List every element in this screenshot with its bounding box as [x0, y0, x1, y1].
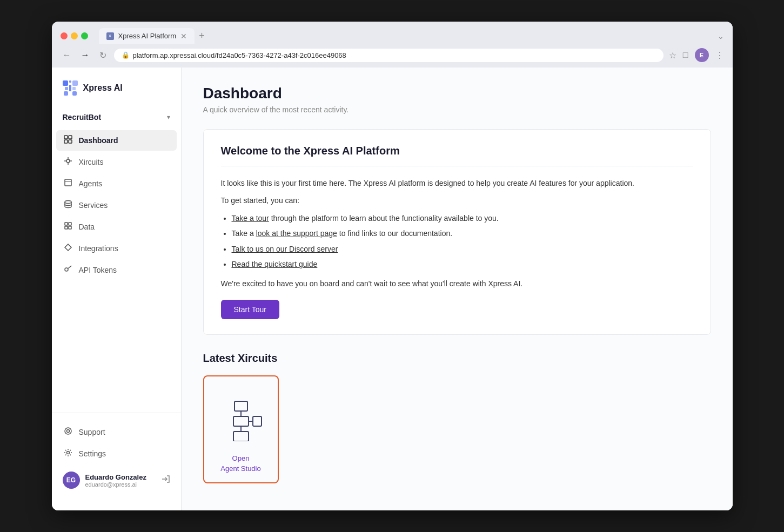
quickstart-link[interactable]: Read the quickstart guide: [232, 260, 318, 268]
welcome-card: Welcome to the Xpress AI Platform It loo…: [203, 129, 711, 335]
new-tab-button[interactable]: +: [195, 28, 209, 44]
svg-rect-5: [72, 87, 76, 90]
discord-link[interactable]: Talk to us on our Discord server: [232, 245, 338, 253]
support-page-link[interactable]: look at the support page: [256, 229, 337, 238]
svg-rect-2: [72, 80, 78, 86]
sidebar-item-api-tokens[interactable]: API Tokens: [56, 260, 177, 280]
svg-rect-11: [69, 140, 72, 143]
app-container: Xpress AI RecruitBot ▾ Das: [52, 68, 733, 510]
workspace-chevron-icon: ▾: [167, 113, 170, 121]
xircuit-card-agent-studio[interactable]: OpenAgent Studio: [203, 375, 279, 483]
logo-area: Xpress AI: [52, 80, 181, 109]
start-tour-button[interactable]: Start Tour: [221, 300, 279, 319]
nav-list: Dashboard Xircuits: [52, 130, 181, 413]
latest-xircuits-section: Latest Xircuits: [203, 352, 711, 483]
logout-icon[interactable]: [162, 475, 170, 486]
svg-rect-33: [253, 416, 262, 426]
extension-icon[interactable]: □: [683, 50, 688, 60]
support-icon: [63, 427, 73, 437]
sidebar-item-label: Settings: [79, 449, 106, 458]
xircuit-card-label: OpenAgent Studio: [220, 454, 260, 473]
tab-expand-icon[interactable]: ⌄: [718, 32, 724, 41]
maximize-button[interactable]: [81, 32, 88, 39]
latest-xircuits-title: Latest Xircuits: [203, 352, 711, 365]
address-bar: ← → ↻ 🔒 platform.ap.xpressai.cloud/fd24a…: [52, 44, 733, 68]
svg-rect-1: [69, 80, 71, 83]
page-title: Dashboard: [203, 85, 711, 102]
svg-rect-10: [64, 140, 68, 143]
sidebar-item-label: Data: [79, 223, 95, 231]
svg-rect-29: [234, 401, 247, 411]
logo-text: Xpress AI: [83, 83, 123, 93]
close-button[interactable]: [61, 32, 68, 39]
user-avatar: EG: [63, 472, 80, 489]
user-section: EG Eduardo Gonzalez eduardo@xpress.ai: [56, 465, 177, 489]
user-email: eduardo@xpress.ai: [85, 481, 156, 488]
back-button[interactable]: ←: [61, 49, 73, 61]
sidebar-item-support[interactable]: Support: [56, 422, 177, 442]
minimize-button[interactable]: [71, 32, 78, 39]
sidebar-item-label: Dashboard: [79, 136, 118, 145]
tab-favicon: X: [106, 32, 114, 40]
sidebar-item-data[interactable]: Data: [56, 217, 177, 237]
xircuits-grid: OpenAgent Studio: [203, 375, 711, 483]
xircuit-icon-area: [219, 385, 263, 454]
workspace-name: RecruitBot: [63, 113, 102, 122]
welcome-body: It looks like this is your first time he…: [221, 177, 693, 319]
svg-rect-31: [233, 416, 249, 426]
svg-rect-7: [72, 91, 77, 96]
page-subtitle: A quick overview of the most recent acti…: [203, 105, 711, 114]
welcome-title: Welcome to the Xpress AI Platform: [221, 145, 693, 166]
list-item: Take a look at the support page to find …: [232, 227, 693, 239]
sidebar-item-dashboard[interactable]: Dashboard: [56, 130, 177, 151]
forward-button[interactable]: →: [79, 49, 92, 61]
user-info: Eduardo Gonzalez eduardo@xpress.ai: [85, 473, 156, 488]
browser-window: X Xpress AI Platform ✕ + ⌄ ← → ↻ 🔒 platf…: [52, 22, 733, 510]
sidebar-item-agents[interactable]: Agents: [56, 173, 177, 194]
svg-rect-22: [65, 226, 68, 229]
svg-rect-21: [69, 223, 71, 225]
svg-point-27: [66, 452, 69, 454]
sidebar-item-label: Xircuits: [79, 158, 104, 166]
svg-rect-6: [64, 91, 68, 96]
list-item: Talk to us on our Discord server: [232, 243, 693, 255]
svg-rect-0: [63, 80, 68, 86]
url-bar[interactable]: 🔒 platform.ap.xpressai.cloud/fd24a0c5-73…: [114, 49, 664, 62]
bookmark-icon[interactable]: ☆: [669, 50, 676, 60]
svg-rect-4: [69, 85, 71, 91]
sidebar-item-services[interactable]: Services: [56, 195, 177, 216]
menu-icon[interactable]: ⋮: [715, 50, 724, 60]
browser-user-avatar[interactable]: E: [695, 48, 709, 62]
address-actions: ☆ □ E ⋮: [669, 48, 724, 62]
list-item: Take a tour through the platform to lear…: [232, 212, 693, 224]
xircuits-icon: [63, 157, 73, 167]
browser-title-bar: X Xpress AI Platform ✕ + ⌄: [52, 22, 733, 44]
sidebar-item-integrations[interactable]: Integrations: [56, 238, 177, 259]
tab-close-icon[interactable]: ✕: [180, 32, 187, 40]
svg-rect-8: [64, 136, 68, 139]
sidebar-item-label: Support: [79, 428, 105, 436]
logo-icon: [63, 80, 78, 96]
dashboard-icon: [63, 135, 73, 146]
user-name: Eduardo Gonzalez: [85, 473, 156, 481]
tab-bar: X Xpress AI Platform ✕ +: [99, 28, 711, 44]
welcome-getting-started: To get started, you can:: [221, 194, 693, 206]
workspace-selector[interactable]: RecruitBot ▾: [52, 109, 181, 130]
sidebar-item-settings[interactable]: Settings: [56, 443, 177, 464]
svg-point-12: [66, 159, 70, 163]
reload-button[interactable]: ↻: [97, 49, 109, 62]
services-icon: [63, 200, 73, 211]
welcome-intro: It looks like this is your first time he…: [221, 177, 693, 189]
svg-point-24: [65, 268, 68, 271]
svg-rect-17: [65, 179, 71, 186]
sidebar-item-label: Integrations: [79, 244, 118, 253]
active-tab[interactable]: X Xpress AI Platform ✕: [99, 28, 195, 44]
take-a-tour-link[interactable]: Take a tour: [232, 214, 269, 223]
url-text: platform.ap.xpressai.cloud/fd24a0c5-7363…: [133, 51, 346, 59]
sidebar: Xpress AI RecruitBot ▾ Das: [52, 68, 182, 510]
secure-icon: 🔒: [122, 51, 130, 59]
sidebar-item-xircuits[interactable]: Xircuits: [56, 152, 177, 172]
api-tokens-icon: [63, 265, 73, 275]
tab-title: Xpress AI Platform: [118, 32, 177, 40]
data-icon: [63, 221, 73, 232]
